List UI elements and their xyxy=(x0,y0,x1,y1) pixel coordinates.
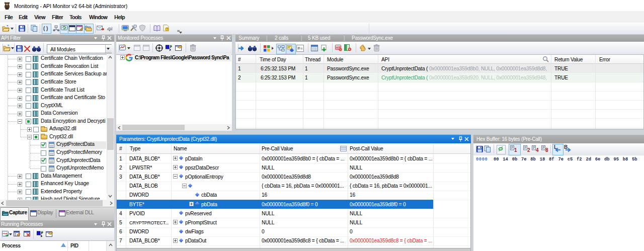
svg-text:#=: #= xyxy=(297,46,303,51)
